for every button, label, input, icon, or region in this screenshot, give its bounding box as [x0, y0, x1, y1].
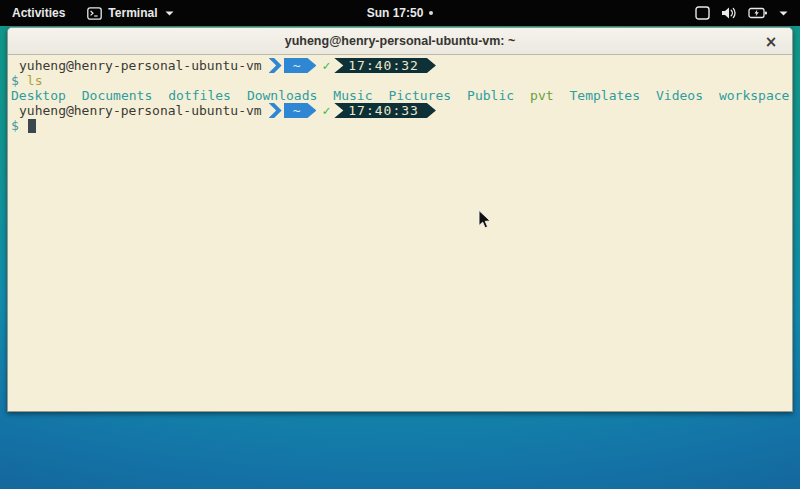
dir-entry: Desktop	[11, 88, 66, 103]
dir-entry: Documents	[82, 88, 152, 103]
notification-dot	[429, 11, 433, 15]
volume-icon	[721, 6, 737, 20]
prompt-line: yuheng@henry-personal-ubuntu-vm ~ ✓ 17:4…	[11, 58, 790, 73]
dir-entry: Public	[467, 88, 514, 103]
status-check-icon: ✓	[322, 58, 330, 73]
prompt-user-host: yuheng@henry-personal-ubuntu-vm	[11, 103, 262, 118]
input-line[interactable]: $	[11, 118, 790, 133]
powerline-separator-icon	[269, 58, 282, 73]
prompt-path-segment: ~	[284, 58, 317, 73]
dir-entry: Music	[333, 88, 372, 103]
app-menu-label: Terminal	[108, 6, 157, 20]
terminal-app-icon	[87, 7, 102, 20]
prompt-line: yuheng@henry-personal-ubuntu-vm ~ ✓ 17:4…	[11, 103, 790, 118]
terminal-window: yuheng@henry-personal-ubuntu-vm: ~ × yuh…	[7, 27, 793, 412]
prompt-symbol: $	[11, 118, 19, 133]
window-title-bar[interactable]: yuheng@henry-personal-ubuntu-vm: ~ ×	[8, 28, 792, 55]
text-cursor	[28, 119, 36, 133]
top-bar: Activities Terminal Sun 17:50	[0, 0, 800, 26]
app-menu-terminal[interactable]: Terminal	[77, 0, 184, 26]
terminal-screen[interactable]: yuheng@henry-personal-ubuntu-vm ~ ✓ 17:4…	[8, 55, 792, 412]
prompt-time-segment: 17:40:33	[334, 103, 436, 118]
dir-entry: dotfiles	[168, 88, 231, 103]
dir-entry: workspace	[719, 88, 789, 103]
dir-entry: Videos	[656, 88, 703, 103]
prompt-user-host: yuheng@henry-personal-ubuntu-vm	[11, 58, 262, 73]
prompt-time-segment: 17:40:32	[334, 58, 436, 73]
activities-button[interactable]: Activities	[0, 0, 77, 26]
status-check-icon: ✓	[322, 103, 330, 118]
clock-label[interactable]: Sun 17:50	[367, 6, 424, 20]
battery-charging-icon	[748, 6, 768, 20]
prompt-symbol: $	[11, 73, 19, 88]
window-title: yuheng@henry-personal-ubuntu-vm: ~	[285, 34, 516, 48]
ls-output-line: Desktop Documents dotfiles Downloads Mus…	[11, 88, 790, 103]
command-line: $ ls	[11, 73, 790, 88]
dir-entry: Downloads	[247, 88, 317, 103]
typed-command: ls	[27, 73, 43, 88]
dir-entry: pvt	[530, 88, 553, 103]
prompt-path-segment: ~	[284, 103, 317, 118]
powerline-separator-icon	[269, 103, 282, 118]
dir-entry: Pictures	[388, 88, 451, 103]
dir-entry: Templates	[570, 88, 640, 103]
chevron-down-icon	[779, 11, 788, 16]
system-status-menu[interactable]	[683, 0, 800, 26]
display-icon	[695, 6, 710, 20]
close-button[interactable]: ×	[760, 28, 782, 55]
chevron-down-icon	[165, 11, 174, 16]
